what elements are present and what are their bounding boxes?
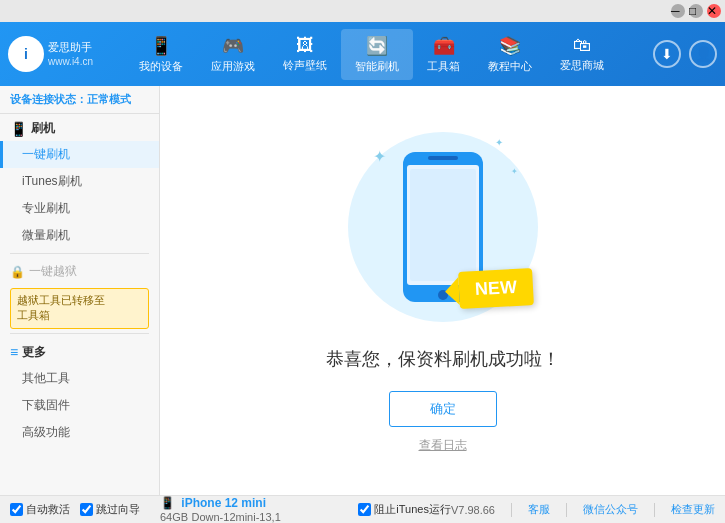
header: i 爱思助手 www.i4.cn 📱 我的设备 🎮 应用游戏 🖼 铃声壁纸 🔄 …: [0, 22, 725, 86]
wechat-link[interactable]: 微信公众号: [583, 502, 638, 517]
logo-text: 爱思助手 www.i4.cn: [48, 40, 93, 67]
sidebar-divider-2: [10, 333, 149, 334]
separator-1: [511, 503, 512, 517]
apps-games-icon: 🎮: [222, 35, 244, 57]
more-section-header: ≡ 更多: [0, 338, 159, 365]
nav-apps-games[interactable]: 🎮 应用游戏: [197, 29, 269, 80]
nav-my-device[interactable]: 📱 我的设备: [125, 29, 197, 80]
device-info: 📱 iPhone 12 mini 64GB Down-12mini-13,1: [160, 496, 281, 524]
auto-dispatch-input[interactable]: [10, 503, 23, 516]
new-badge: NEW: [458, 268, 534, 309]
lock-icon: 🔒: [10, 265, 25, 279]
toolbox-icon: 🧰: [433, 35, 455, 57]
main-area: 设备连接状态：正常模式 📱 刷机 一键刷机 iTunes刷机 专业刷机 微量刷机…: [0, 86, 725, 495]
phone-illustration: ✦ ✦ ✦ NEW: [343, 127, 543, 327]
svg-rect-4: [410, 169, 476, 281]
flash-section-header: 📱 刷机: [0, 114, 159, 141]
confirm-button[interactable]: 确定: [389, 391, 497, 427]
tutorial-icon: 📚: [499, 35, 521, 57]
device-icon: 📱: [160, 496, 175, 510]
sparkle-3: ✦: [511, 167, 518, 176]
sparkle-2: ✦: [495, 137, 503, 148]
nav-wallpaper[interactable]: 🖼 铃声壁纸: [269, 29, 341, 80]
more-section-icon: ≡: [10, 344, 18, 360]
customer-service-link[interactable]: 客服: [528, 502, 550, 517]
sidebar-item-micro-flash[interactable]: 微量刷机: [0, 222, 159, 249]
device-status: 设备连接状态：正常模式: [0, 86, 159, 114]
close-btn[interactable]: ✕: [707, 4, 721, 18]
download-btn[interactable]: ⬇: [653, 40, 681, 68]
header-right: ⬇ 👤: [653, 40, 717, 68]
sidebar-item-pro-flash[interactable]: 专业刷机: [0, 195, 159, 222]
sidebar-item-other-tools[interactable]: 其他工具: [0, 365, 159, 392]
my-device-icon: 📱: [150, 35, 172, 57]
sparkle-1: ✦: [373, 147, 386, 166]
sidebar-item-advanced[interactable]: 高级功能: [0, 419, 159, 446]
bottom-left: 自动救活 跳过向导 📱 iPhone 12 mini 64GB Down-12m…: [10, 496, 348, 524]
title-bar: ─ □ ✕: [0, 0, 725, 22]
nav-tutorial[interactable]: 📚 教程中心: [474, 29, 546, 80]
main-content: ✦ ✦ ✦ NEW 恭喜您，保资料刷机成功啦！ 确定 查看日志: [160, 86, 725, 495]
smart-flash-icon: 🔄: [366, 35, 388, 57]
logo-icon: i: [8, 36, 44, 72]
skip-wizard-checkbox[interactable]: 跳过向导: [80, 502, 140, 517]
success-message: 恭喜您，保资料刷机成功啦！: [326, 347, 560, 371]
jailbreak-notice: 越狱工具已转移至工具箱: [10, 288, 149, 329]
wallpaper-icon: 🖼: [296, 35, 314, 56]
separator-2: [566, 503, 567, 517]
skip-wizard-input[interactable]: [80, 503, 93, 516]
itunes-status: 阻止iTunes运行: [358, 502, 451, 517]
sidebar: 设备连接状态：正常模式 📱 刷机 一键刷机 iTunes刷机 专业刷机 微量刷机…: [0, 86, 160, 495]
logo-area: i 爱思助手 www.i4.cn: [8, 36, 98, 72]
sidebar-item-one-key-flash[interactable]: 一键刷机: [0, 141, 159, 168]
version-text: V7.98.66: [451, 504, 495, 516]
nav-mall[interactable]: 🛍 爱思商城: [546, 29, 618, 80]
bottom-bar: 自动救活 跳过向导 📱 iPhone 12 mini 64GB Down-12m…: [0, 495, 725, 523]
user-btn[interactable]: 👤: [689, 40, 717, 68]
svg-rect-2: [428, 156, 458, 160]
minimize-btn[interactable]: ─: [671, 4, 685, 18]
nav-smart-flash[interactable]: 🔄 智能刷机: [341, 29, 413, 80]
auto-dispatch-checkbox[interactable]: 自动救活: [10, 502, 70, 517]
sidebar-divider-1: [10, 253, 149, 254]
flash-section-icon: 📱: [10, 121, 27, 137]
separator-3: [654, 503, 655, 517]
maximize-btn[interactable]: □: [689, 4, 703, 18]
sidebar-item-itunes-flash[interactable]: iTunes刷机: [0, 168, 159, 195]
mall-icon: 🛍: [573, 35, 591, 56]
check-update-link[interactable]: 检查更新: [671, 502, 715, 517]
nav-bar: 📱 我的设备 🎮 应用游戏 🖼 铃声壁纸 🔄 智能刷机 🧰 工具箱 📚 教程中心…: [98, 29, 645, 80]
sidebar-item-download-firmware[interactable]: 下载固件: [0, 392, 159, 419]
sidebar-locked-jailbreak: 🔒 一键越狱: [0, 258, 159, 284]
bottom-right: V7.98.66 客服 微信公众号 检查更新: [451, 502, 715, 517]
itunes-status-checkbox[interactable]: [358, 503, 371, 516]
view-log-link[interactable]: 查看日志: [419, 437, 467, 454]
nav-toolbox[interactable]: 🧰 工具箱: [413, 29, 474, 80]
